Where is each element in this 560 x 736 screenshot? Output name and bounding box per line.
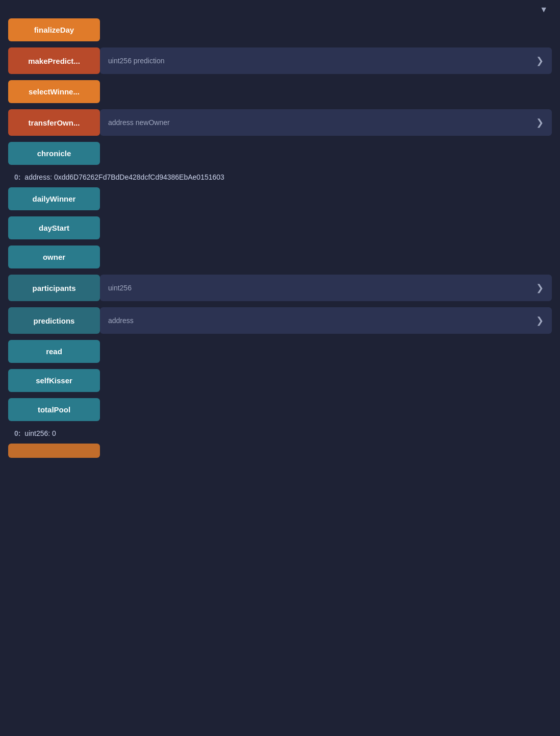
- day-start-button[interactable]: dayStart: [8, 216, 100, 239]
- total-pool-row: totalPool: [8, 398, 552, 421]
- total-pool-result-value: uint256: 0: [24, 429, 56, 437]
- read-button[interactable]: read: [8, 340, 100, 363]
- predictions-chevron-icon: ❯: [536, 315, 544, 326]
- transfer-own-input-area[interactable]: address newOwner ❯: [100, 109, 552, 136]
- make-predict-param: uint256 prediction: [108, 57, 536, 65]
- make-predict-chevron-icon: ❯: [536, 55, 544, 66]
- finalize-day-button[interactable]: finalizeDay: [8, 18, 100, 41]
- total-pool-button[interactable]: totalPool: [8, 398, 100, 421]
- chronicle-result-value: address: 0xdd6D76262Fd7BdDe428dcfCd94386…: [24, 173, 224, 181]
- finalize-day-row: finalizeDay: [8, 18, 552, 41]
- daily-winner-row: dailyWinner: [8, 187, 552, 210]
- predictions-row: predictions address ❯: [8, 307, 552, 334]
- transfer-own-param: address newOwner: [108, 118, 536, 127]
- chronicle-button[interactable]: chronicle: [8, 142, 100, 165]
- predictions-button[interactable]: predictions: [8, 307, 100, 334]
- day-start-row: dayStart: [8, 216, 552, 239]
- total-pool-zero-label: 0:: [14, 429, 20, 437]
- participants-input-area[interactable]: uint256 ❯: [100, 275, 552, 301]
- bottom-partial-button[interactable]: [8, 444, 100, 458]
- self-kisser-button[interactable]: selfKisser: [8, 369, 100, 392]
- total-pool-result: 0: uint256: 0: [8, 425, 552, 439]
- owner-row: owner: [8, 246, 552, 268]
- predictions-input-area[interactable]: address ❯: [100, 307, 552, 334]
- top-chevron-area: ▼: [8, 5, 552, 14]
- select-winner-row: selectWinne...: [8, 80, 552, 103]
- transfer-own-button[interactable]: transferOwn...: [8, 109, 100, 136]
- read-row: read: [8, 340, 552, 363]
- predictions-param: address: [108, 316, 536, 325]
- self-kisser-row: selfKisser: [8, 369, 552, 392]
- chronicle-zero-label: 0:: [14, 173, 20, 181]
- make-predict-input-area[interactable]: uint256 prediction ❯: [100, 47, 552, 74]
- chronicle-row: chronicle: [8, 142, 552, 165]
- select-winner-button[interactable]: selectWinne...: [8, 80, 100, 103]
- top-chevron-icon: ▼: [540, 5, 548, 14]
- participants-button[interactable]: participants: [8, 275, 100, 301]
- participants-row: participants uint256 ❯: [8, 275, 552, 301]
- owner-button[interactable]: owner: [8, 246, 100, 268]
- transfer-own-row: transferOwn... address newOwner ❯: [8, 109, 552, 136]
- participants-chevron-icon: ❯: [536, 282, 544, 293]
- transfer-own-chevron-icon: ❯: [536, 117, 544, 128]
- participants-param: uint256: [108, 284, 536, 292]
- bottom-partial-row: [8, 444, 552, 458]
- chronicle-result: 0: address: 0xdd6D76262Fd7BdDe428dcfCd94…: [8, 169, 552, 183]
- daily-winner-button[interactable]: dailyWinner: [8, 187, 100, 210]
- make-predict-button[interactable]: makePredict...: [8, 47, 100, 74]
- make-predict-row: makePredict... uint256 prediction ❯: [8, 47, 552, 74]
